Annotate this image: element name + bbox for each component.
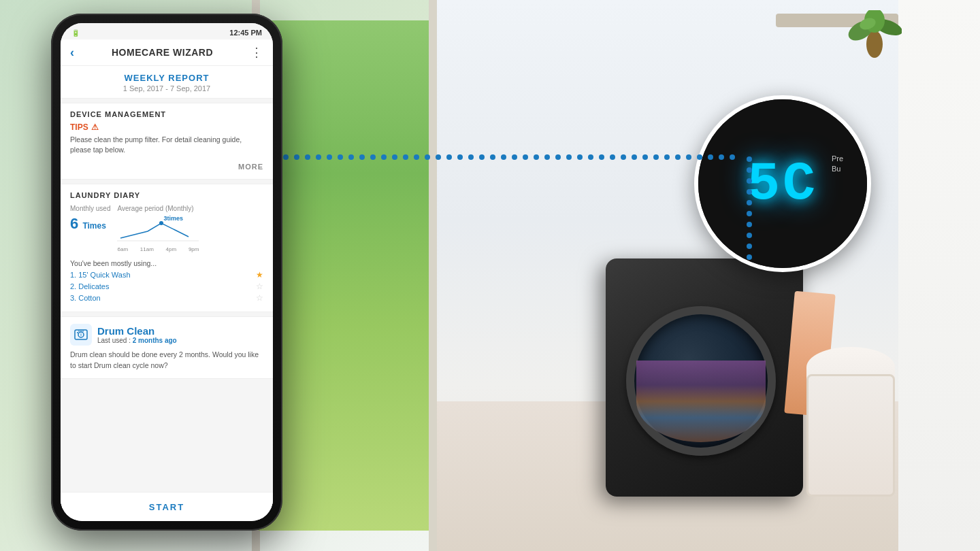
back-button[interactable]: ‹ xyxy=(70,46,74,60)
avg-label: Average period (Monthly) xyxy=(117,205,263,212)
laundry-diary-section: LAUNDRY DIARY Monthly used 6 Times Avera… xyxy=(61,184,273,312)
weekly-report-title: WEEKLY REPORT xyxy=(70,73,263,83)
monthly-unit: Times xyxy=(82,221,105,231)
monthly-count: 6 Times xyxy=(70,215,110,233)
dotted-connection-vertical xyxy=(747,156,752,260)
more-link[interactable]: MORE xyxy=(70,160,263,172)
phone-device: 🔋 12:45 PM ‹ HOMECARE WIZARD ⋮ WEEKLY RE… xyxy=(51,14,282,531)
right-door-panel xyxy=(898,0,980,551)
drum-clean-header: Drum Clean Last used : 2 months ago xyxy=(70,324,263,346)
weekly-report-section: WEEKLY REPORT 1 Sep, 2017 - 7 Sep, 2017 xyxy=(61,66,273,99)
app-header: ‹ HOMECARE WIZARD ⋮ xyxy=(61,39,273,66)
drum-clean-icon xyxy=(70,324,92,346)
drum-last-used: Last used : 2 months ago xyxy=(97,337,177,344)
wash-item-3-text: 3. Cotton xyxy=(70,294,101,302)
drum-clean-section: Drum Clean Last used : 2 months ago Drum… xyxy=(61,316,273,379)
svg-point-5 xyxy=(159,221,163,225)
app-content: WEEKLY REPORT 1 Sep, 2017 - 7 Sep, 2017 … xyxy=(61,66,273,510)
dotted-connection-line xyxy=(272,156,735,158)
mostly-using-label: You've been mostly using... xyxy=(70,259,263,267)
mostly-using-section: You've been mostly using... 1. 15' Quick… xyxy=(70,259,263,303)
wash-item-3: 3. Cotton ☆ xyxy=(70,293,263,303)
start-button-area[interactable]: START xyxy=(61,492,273,510)
wash-item-2-text: 2. Delicates xyxy=(70,282,109,290)
device-management-title: DEVICE MANAGEMENT xyxy=(70,110,263,118)
status-bar-time: 12:45 PM xyxy=(229,29,262,37)
star-icon-2: ☆ xyxy=(256,282,263,291)
monthly-used: Monthly used 6 Times xyxy=(70,205,110,233)
chart-svg xyxy=(117,218,199,241)
wash-item-2: 2. Delicates ☆ xyxy=(70,282,263,291)
device-management-section: DEVICE MANAGEMENT TIPS ⚠ Please clean th… xyxy=(61,103,273,180)
display-label: Pre Bu xyxy=(832,154,843,175)
clothes-in-drum xyxy=(636,361,766,442)
weekly-report-date: 1 Sep, 2017 - 7 Sep, 2017 xyxy=(70,84,263,93)
drum-icon-svg xyxy=(74,327,88,342)
warning-icon: ⚠ xyxy=(91,122,99,132)
display-digits: 5C xyxy=(747,153,818,215)
status-bar: 🔋 12:45 PM xyxy=(61,23,273,39)
start-button[interactable]: START xyxy=(149,502,184,510)
chart-x-labels: 6am 11am 4pm 9pm xyxy=(117,246,199,252)
window-outdoor-view xyxy=(259,20,429,531)
svg-point-9 xyxy=(77,332,78,333)
machine-display-zoom: 5C Pre Bu xyxy=(694,95,871,272)
drum-last-used-time: 2 months ago xyxy=(133,337,177,344)
drum-clean-title-area: Drum Clean Last used : 2 months ago xyxy=(97,325,177,344)
app-title: HOMECARE WIZARD xyxy=(112,47,213,58)
tips-text: Please clean the pump filter. For detail… xyxy=(70,135,263,154)
menu-button[interactable]: ⋮ xyxy=(250,45,263,60)
phone-screen: 🔋 12:45 PM ‹ HOMECARE WIZARD ⋮ WEEKLY RE… xyxy=(61,23,273,521)
usage-chart: 3times 6am 11am 4pm xyxy=(117,215,199,252)
battery-icon: 🔋 xyxy=(71,29,80,37)
tips-label: TIPS ⚠ xyxy=(70,122,263,132)
drum-clean-title: Drum Clean xyxy=(97,325,177,337)
wash-item-1-text: 1. 15' Quick Wash xyxy=(70,271,131,279)
diary-stats: Monthly used 6 Times Average period (Mon… xyxy=(70,205,263,252)
display-screen: 5C xyxy=(698,99,867,268)
avg-period: Average period (Monthly) 3times 6am xyxy=(117,205,263,252)
star-icon-3: ☆ xyxy=(256,293,263,303)
more-label: MORE xyxy=(238,163,263,171)
phone-outer-shell: 🔋 12:45 PM ‹ HOMECARE WIZARD ⋮ WEEKLY RE… xyxy=(51,14,282,531)
wash-item-1: 1. 15' Quick Wash ★ xyxy=(70,270,263,280)
plant-decoration xyxy=(847,10,902,58)
window-border-right xyxy=(429,0,437,551)
monthly-label: Monthly used xyxy=(70,205,110,212)
laundry-diary-title: LAUNDRY DIARY xyxy=(70,191,263,199)
laundry-basket xyxy=(806,374,895,497)
drum-clean-description: Drum clean should be done every 2 months… xyxy=(70,350,263,371)
star-icon-1: ★ xyxy=(256,270,263,280)
